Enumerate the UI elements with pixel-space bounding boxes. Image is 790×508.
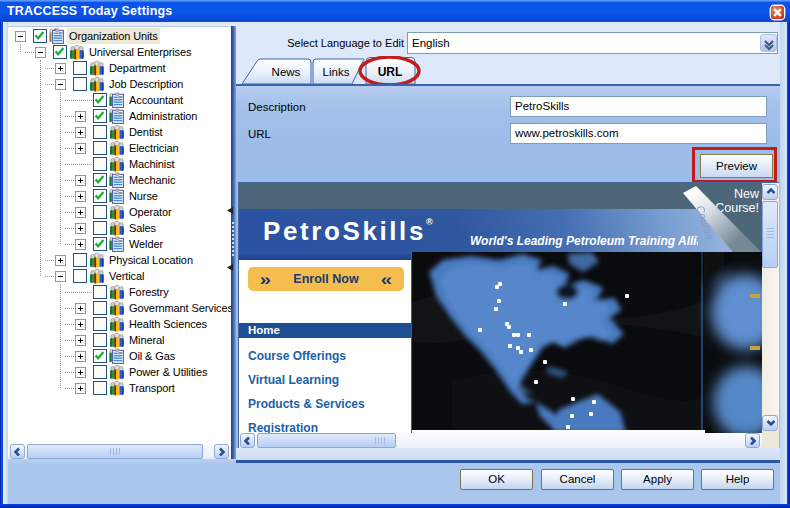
svg-text:Links: Links (323, 66, 350, 78)
svg-text:URL: URL (378, 65, 403, 79)
svg-text:News: News (272, 66, 301, 78)
